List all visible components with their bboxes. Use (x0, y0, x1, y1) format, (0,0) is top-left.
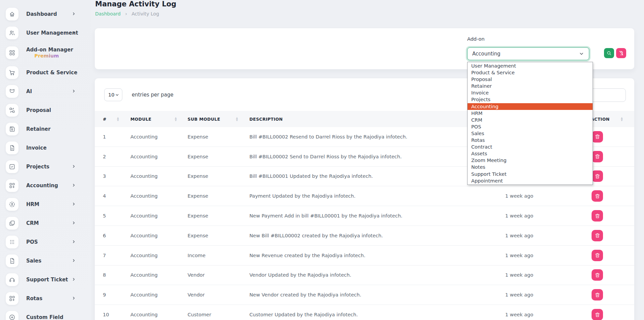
sidebar-item-projects[interactable]: Projects (0, 157, 91, 176)
dots-grid-icon (6, 236, 18, 248)
sidebar-item-product-service[interactable]: Product & Service (0, 63, 91, 82)
column-header-num[interactable]: # (103, 117, 107, 122)
cell-module: Accounting (130, 233, 158, 238)
file-text-icon (6, 142, 18, 154)
sidebar-item-dashboard[interactable]: Dashboard (0, 5, 91, 24)
cell-sub-module: Expense (188, 213, 208, 218)
delete-button[interactable] (592, 190, 603, 202)
grid-plus-icon (6, 179, 18, 192)
cell-module: Accounting (130, 154, 158, 159)
breadcrumb-dashboard-link[interactable]: Dashboard (95, 11, 121, 16)
cell-date: 1 week ago (505, 233, 533, 238)
column-header-action[interactable]: ACTION (591, 117, 610, 122)
addon-option-appointment[interactable]: Appointment (468, 177, 593, 184)
sidebar-item-accounting[interactable]: Accounting (0, 176, 91, 195)
entries-per-page-select[interactable]: 10 (104, 88, 122, 101)
sidebar-item-pos[interactable]: POS (0, 233, 91, 251)
cell-sub-module: Expense (188, 134, 208, 139)
delete-button[interactable] (592, 250, 603, 261)
cell-sub-module: Expense (188, 193, 208, 199)
sort-icon: ▲▼ (117, 117, 119, 121)
cell-sub-module: Income (188, 253, 205, 258)
sidebar-item-label: Invoice (26, 145, 47, 151)
chevron-right-icon (72, 258, 76, 264)
page-title: Manage Activity Log (95, 0, 176, 8)
chevron-right-icon (72, 88, 76, 95)
delete-button[interactable] (592, 269, 603, 281)
column-header-description[interactable]: DESCRIPTION (249, 117, 283, 122)
reset-filter-button[interactable] (616, 48, 626, 58)
addon-option-hrm[interactable]: HRM (468, 110, 593, 117)
sidebar-item-label: Rotas (26, 295, 42, 302)
cell-sub-module: Expense (188, 233, 208, 238)
delete-button[interactable] (592, 131, 603, 143)
sidebar-item-crm[interactable]: CRM (0, 214, 91, 233)
sidebar-item-retainer[interactable]: Retainer (0, 120, 91, 138)
column-header-module[interactable]: MODULE (130, 117, 152, 122)
sidebar-item-label: Support Ticket (26, 277, 68, 283)
addon-select[interactable]: Accounting (467, 47, 589, 60)
delete-button[interactable] (592, 170, 603, 182)
table-row: 6AccountingExpenseNew Bill #BILL00002 cr… (95, 226, 634, 246)
delete-button[interactable] (592, 151, 603, 162)
cell-module: Accounting (130, 193, 158, 199)
addon-option-projects[interactable]: Projects (468, 96, 593, 103)
addon-option-rotas[interactable]: Rotas (468, 137, 593, 144)
cell-description: Payment Updated by the Rajodiya infotech… (249, 193, 356, 199)
sidebar-item-proposal[interactable]: Proposal (0, 101, 91, 120)
home-icon (6, 8, 18, 21)
addon-option-product-service[interactable]: Product & Service (468, 69, 593, 76)
delete-button[interactable] (592, 210, 603, 222)
addon-option-assets[interactable]: Assets (468, 150, 593, 157)
sidebar-item-ai[interactable]: AI (0, 82, 91, 101)
addon-option-proposal[interactable]: Proposal (468, 76, 593, 83)
addon-option-contract[interactable]: Contract (468, 144, 593, 150)
users-icon (6, 27, 18, 39)
addon-option-retainer[interactable]: Retainer (468, 83, 593, 89)
chevron-right-icon (72, 183, 76, 189)
trash-icon (595, 154, 600, 159)
cell-module: Accounting (130, 292, 158, 297)
chevron-right-icon (72, 30, 76, 36)
addon-label: Add-on (467, 36, 485, 42)
sidebar-item-label: User Management (26, 30, 78, 36)
delete-button[interactable] (592, 289, 603, 301)
cell-description: New Bill #BILL00002 created by the Rajod… (249, 233, 383, 238)
circle-plus-icon (6, 311, 18, 320)
addon-option-invoice[interactable]: Invoice (468, 89, 593, 96)
sidebar-item-rotas[interactable]: Rotas (0, 289, 91, 308)
chevron-right-icon (72, 295, 76, 302)
cell-sub-module: Vendor (188, 292, 205, 297)
delete-button[interactable] (592, 230, 603, 241)
addon-option-support-ticket[interactable]: Support Ticket (468, 171, 593, 177)
sidebar-item-label: CRM (26, 220, 39, 227)
addon-option-zoom-meeting[interactable]: Zoom Meeting (468, 157, 593, 164)
delete-button[interactable] (592, 309, 603, 320)
sidebar-item-label: Sales (26, 258, 41, 264)
sidebar-item-invoice[interactable]: Invoice (0, 138, 91, 157)
cell-module: Accounting (130, 312, 158, 317)
addon-select-dropdown: User ManagementProduct & ServiceProposal… (467, 62, 593, 185)
sidebar-item-support-ticket[interactable]: Support Ticket (0, 270, 91, 289)
cell-description: New Payment Add in bill #BILL00001 by th… (249, 213, 402, 218)
transfer-icon (6, 104, 18, 117)
chevron-right-icon (72, 277, 76, 283)
table-row: 5AccountingExpenseNew Payment Add in bil… (95, 206, 634, 226)
cell-module: Accounting (130, 213, 158, 218)
sidebar-item-add-on-manager[interactable]: Add-on ManagerPremium (0, 42, 91, 63)
chevron-right-icon (72, 239, 76, 245)
search-icon (606, 50, 612, 56)
addon-option-accounting[interactable]: Accounting (468, 103, 593, 110)
sidebar-item-label: Add-on ManagerPremium (26, 47, 73, 59)
search-button[interactable] (604, 48, 614, 58)
sidebar-item-user-management[interactable]: User Management (0, 24, 91, 42)
addon-option-crm[interactable]: CRM (468, 117, 593, 123)
column-header-sub-module[interactable]: SUB MODULE (188, 117, 220, 122)
addon-option-sales[interactable]: Sales (468, 130, 593, 137)
addon-option-pos[interactable]: POS (468, 123, 593, 130)
sidebar-item-hrm[interactable]: HRM (0, 195, 91, 214)
addon-option-user-management[interactable]: User Management (468, 63, 593, 69)
addon-option-notes[interactable]: Notes (468, 164, 593, 170)
sidebar-item-sales[interactable]: Sales (0, 251, 91, 270)
sidebar-item-custom-field[interactable]: Custom Field (0, 308, 91, 320)
